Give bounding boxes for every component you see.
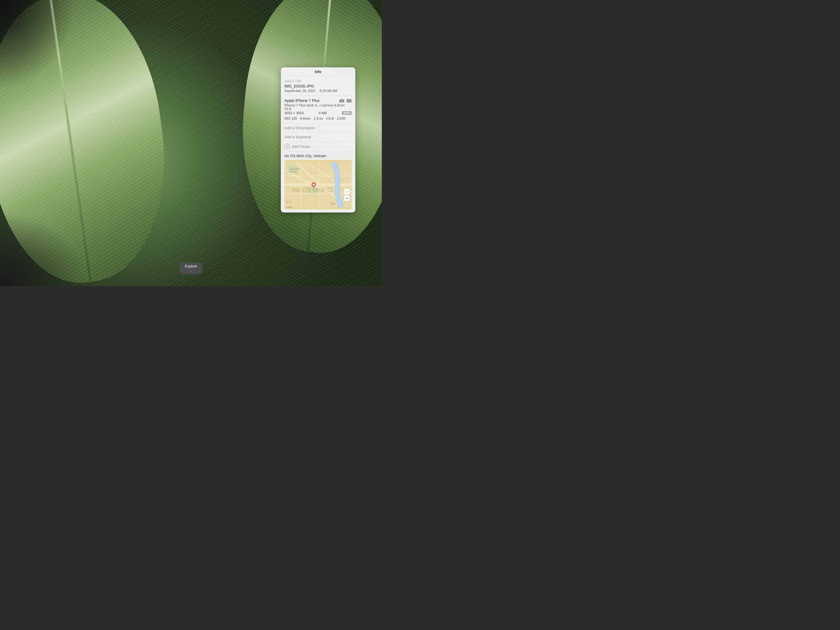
- svg-text:Ho Chi Minh Ci: Ho Chi Minh Ci: [292, 187, 333, 193]
- dimensions-label: 4032 × 3024: [284, 111, 304, 115]
- svg-rect-5: [347, 99, 349, 99]
- map-zoom-out-button[interactable]: +: [344, 195, 350, 201]
- map-zoom-controls[interactable]: − +: [344, 189, 350, 201]
- add-title-field[interactable]: Add a Title: [284, 79, 352, 83]
- date-time-label: September 28, 2017 8:23:08 AM: [284, 89, 352, 93]
- filesize-label: 4 MB: [319, 111, 327, 115]
- svg-text:QUẬN PHÚ: QUẬN PHÚ: [290, 168, 300, 171]
- explore-label: Explore: [185, 264, 197, 268]
- add-keyword-item[interactable]: Add a Keyword: [284, 132, 352, 141]
- camera-name: Apple iPhone 7 Plus: [284, 98, 320, 103]
- info-panel-header: Info ♡: [281, 67, 355, 76]
- add-keyword-label: Add a Keyword: [284, 135, 311, 139]
- add-faces-item[interactable]: + Add Faces: [284, 141, 352, 151]
- svg-text:QUẬN: QUẬN: [331, 202, 336, 205]
- location-section: Ho Chi Minh City, Vietnam: [284, 151, 352, 210]
- location-name: Ho Chi Minh City, Vietnam: [284, 154, 352, 158]
- focal-label: 6.6mm: [300, 117, 311, 120]
- ev-label: 1.5 ev: [314, 117, 323, 120]
- dark-overlay-bottom: [0, 211, 90, 286]
- add-faces-plus-icon: +: [284, 144, 290, 149]
- specs-row: 4032 × 3024 4 MB JPEG: [284, 111, 352, 115]
- svg-point-25: [313, 183, 315, 185]
- dark-overlay-top: [0, 0, 75, 90]
- svg-text:N 10: N 10: [286, 201, 291, 203]
- svg-text:NHUẬN: NHUẬN: [290, 171, 297, 173]
- format-badge: JPEG: [342, 111, 352, 115]
- date-label: September 28, 2017: [284, 89, 316, 93]
- camera-detail: iPhone 7 Plus back d...l camera 6.6mm f/…: [284, 103, 352, 111]
- shutter-label: 1/100: [337, 117, 346, 120]
- add-faces-label: Add Faces: [292, 144, 310, 149]
- map-container[interactable]: QUẬN PHÚ NHUẬN N 10 QUẬN Ho Chi Minh Ci …: [284, 160, 352, 210]
- explore-button[interactable]: Explore ⌄: [180, 262, 203, 274]
- camera-icons: [339, 99, 352, 103]
- add-description-item[interactable]: Add a Description: [284, 123, 352, 132]
- time-label: 8:23:08 AM: [320, 89, 337, 93]
- explore-chevron-icon: ⌄: [190, 269, 192, 272]
- camera-icon-2: [346, 99, 352, 103]
- favorite-button[interactable]: ♡: [349, 69, 352, 74]
- iso-label: ISO 125: [284, 117, 297, 120]
- aperture-label: ƒ/2.8: [326, 117, 334, 120]
- map-svg: QUẬN PHÚ NHUẬN N 10 QUẬN Ho Chi Minh Ci: [284, 160, 352, 210]
- info-panel-title: Info: [315, 70, 321, 74]
- svg-point-26: [313, 187, 315, 188]
- svg-rect-2: [341, 99, 343, 100]
- camera-icon-1: [339, 99, 344, 103]
- info-panel: Info ♡ Add a Title IMG_E0150.JPG Septemb…: [281, 67, 355, 213]
- filename-label: IMG_E0150.JPG: [284, 84, 352, 88]
- camera-name-row: Apple iPhone 7 Plus: [284, 98, 352, 103]
- map-zoom-in-button[interactable]: −: [344, 189, 350, 195]
- camera-section: Apple iPhone 7 Plus iPhon: [284, 98, 352, 120]
- exif-row: ISO 125 6.6mm 1.5 ev ƒ/2.8 1/100: [284, 117, 352, 120]
- add-description-label: Add a Description: [284, 126, 315, 130]
- info-panel-body: Add a Title IMG_E0150.JPG September 28, …: [281, 76, 355, 213]
- map-legal-text: Legal: [286, 205, 292, 208]
